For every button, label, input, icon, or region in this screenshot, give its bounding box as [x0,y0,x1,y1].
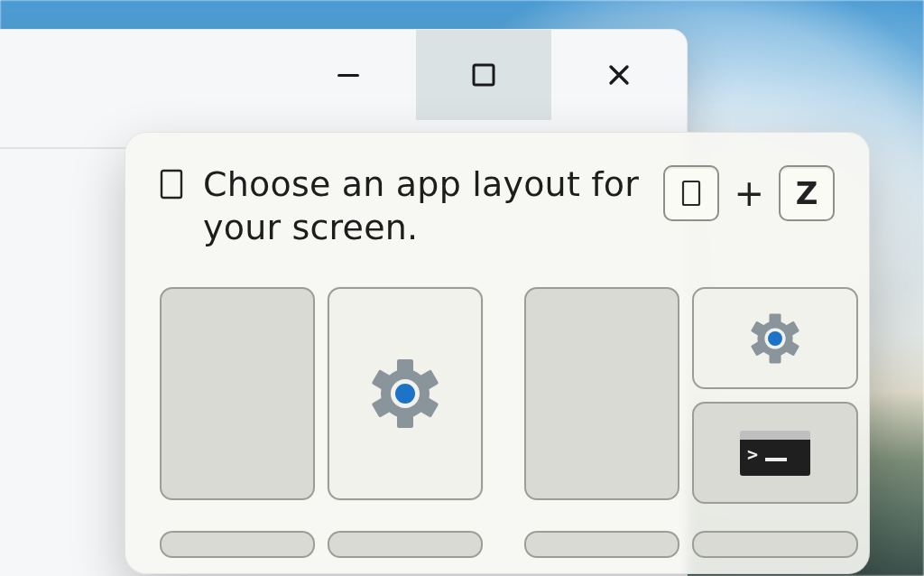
z-key-label: Z [796,178,818,209]
svg-rect-0 [337,74,359,77]
snap-layouts-second-row [160,531,835,558]
terminal-icon: > [740,431,810,476]
svg-rect-2 [162,171,181,198]
maximize-button[interactable] [416,30,551,120]
zone-placeholder[interactable] [328,531,483,558]
zone-placeholder[interactable] [524,531,679,558]
snap-flyout-title: Choose an app layout for your screen. [203,163,643,249]
svg-rect-1 [474,65,494,85]
svg-point-12 [395,384,415,404]
z-key-cap: Z [779,165,835,221]
gear-icon [369,358,441,430]
windows-key-icon [680,180,702,207]
zone-bottom-right[interactable]: > [692,402,858,504]
gear-icon [749,312,801,365]
maximize-icon [467,59,500,91]
svg-rect-3 [683,181,699,205]
zone-placeholder[interactable] [160,531,315,558]
minimize-button[interactable] [281,30,416,120]
snap-layouts-flyout: Choose an app layout for your screen. + … [125,132,870,574]
minimize-icon [332,59,365,91]
zone-left-half-b[interactable] [524,287,679,500]
close-button[interactable] [551,30,687,120]
zone-top-right[interactable] [692,287,858,389]
svg-point-21 [768,331,782,346]
layout-icon [160,169,183,203]
plus-separator: + [730,175,768,211]
snap-shortcut-hint: + Z [663,165,835,221]
snap-layout-50-50[interactable] [160,287,483,504]
zone-left-half[interactable] [160,287,315,500]
zone-right-half[interactable] [328,287,483,500]
zone-placeholder[interactable] [692,531,858,558]
windows-key-cap [663,165,719,221]
window-caption-buttons [281,30,687,120]
close-icon [603,59,635,91]
snap-layout-50-25-25[interactable]: > [524,287,858,504]
